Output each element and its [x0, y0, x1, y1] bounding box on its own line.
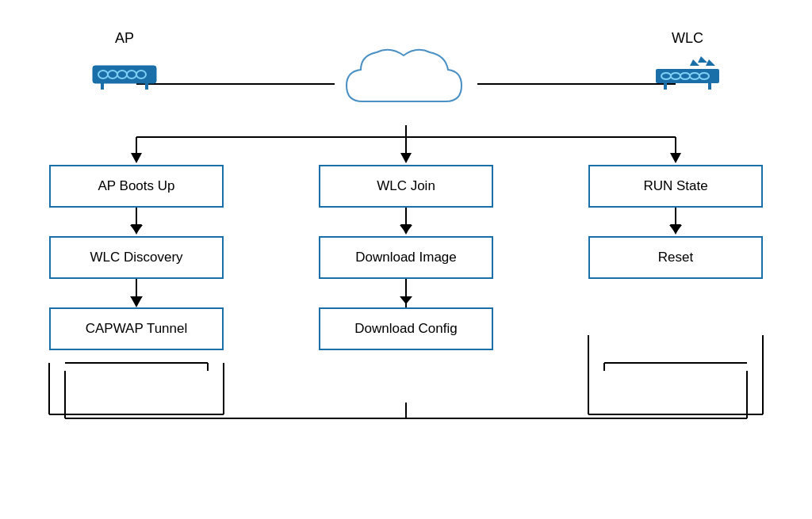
wlc-icon	[652, 52, 723, 91]
arrow-ap-to-wlc-discovery	[49, 208, 224, 236]
arrow-run-state-to-reset	[588, 208, 763, 236]
reset-box: Reset	[588, 236, 763, 279]
wlc-join-box: WLC Join	[319, 165, 493, 208]
cloud-group	[327, 38, 485, 125]
svg-marker-45	[698, 56, 707, 63]
svg-rect-37	[145, 83, 148, 90]
flow-section: AP Boots Up WLC Discovery CAPWAP Tunnel …	[25, 153, 787, 490]
ap-icon	[89, 52, 160, 91]
ap-label: AP	[115, 30, 134, 47]
download-config-box: Download Config	[319, 307, 493, 350]
diagram-container: AP WLC	[25, 14, 787, 506]
download-image-box: Download Image	[319, 236, 493, 279]
wlc-label: WLC	[672, 30, 703, 47]
middle-column: WLC Join Download Image Download Config	[319, 165, 493, 350]
run-state-box: RUN State	[588, 165, 763, 208]
arrow-download-image-to-config	[319, 279, 493, 307]
svg-rect-36	[101, 83, 104, 90]
capwap-tunnel-box: CAPWAP Tunnel	[49, 307, 224, 350]
ap-boots-up-box: AP Boots Up	[49, 165, 224, 208]
left-column: AP Boots Up WLC Discovery CAPWAP Tunnel	[49, 165, 224, 350]
arrow-wlc-discovery-to-capwap	[49, 279, 224, 307]
wlc-device-group: WLC	[652, 30, 723, 91]
svg-rect-47	[664, 83, 667, 90]
wlc-discovery-box: WLC Discovery	[49, 236, 224, 279]
svg-rect-48	[708, 83, 711, 90]
arrow-wlc-join-to-download-image	[319, 208, 493, 236]
right-column: RUN State Reset	[588, 165, 763, 279]
cloud-icon	[331, 38, 481, 125]
ap-device-group: AP	[89, 30, 160, 91]
